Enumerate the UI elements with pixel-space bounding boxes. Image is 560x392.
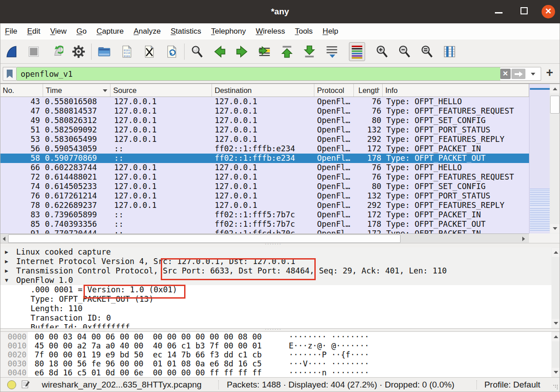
detail-line[interactable]: .000 0001 = Version: 1.0 (0x01) bbox=[0, 285, 551, 295]
scroll-up-button[interactable] bbox=[550, 84, 560, 93]
packet-row-49[interactable]: 490.580826312127.0.0.1127.0.0.1OpenFl…80… bbox=[0, 116, 529, 125]
packet-row-72[interactable]: 720.614488021127.0.0.1127.0.0.1OpenFl…76… bbox=[0, 172, 529, 182]
packet-row-66[interactable]: 660.602283744127.0.0.1127.0.0.1OpenFl…76… bbox=[0, 163, 529, 172]
packet-list-horizontal-scrollbar[interactable] bbox=[0, 233, 529, 243]
column-header-destination[interactable]: Destination bbox=[212, 84, 314, 97]
packet-row-76[interactable]: 760.617261214127.0.0.1127.0.0.1OpenFl…13… bbox=[0, 191, 529, 201]
close-file-button[interactable] bbox=[141, 42, 157, 61]
save-file-button[interactable]: 010101100101 bbox=[119, 42, 135, 61]
menu-edit[interactable]: Edit bbox=[22, 27, 45, 36]
expander-collapsed-icon[interactable]: ▶ bbox=[5, 247, 8, 257]
menu-help[interactable]: Help bbox=[317, 27, 343, 36]
column-header-protocol[interactable]: Protocol bbox=[314, 84, 354, 97]
scroll-left-button[interactable] bbox=[0, 235, 8, 243]
column-header-source[interactable]: Source bbox=[110, 84, 212, 97]
scroll-up-button[interactable] bbox=[552, 248, 560, 257]
packet-row-83[interactable]: 830.739605899::ff02::1:fff5:7b7cOpenFl…1… bbox=[0, 210, 529, 220]
open-file-button[interactable] bbox=[96, 42, 112, 61]
expander-collapsed-icon[interactable]: ▶ bbox=[5, 257, 8, 266]
capture-options-button[interactable] bbox=[71, 42, 87, 61]
colorize-button[interactable] bbox=[349, 42, 365, 61]
filter-bookmark-button[interactable] bbox=[3, 67, 16, 81]
go-to-packet-button[interactable] bbox=[256, 42, 273, 61]
splitter-details[interactable]: ······· bbox=[0, 243, 560, 247]
packet-row-53[interactable]: 530.583065499127.0.0.1127.0.0.1OpenFl…29… bbox=[0, 135, 529, 144]
packet-minimap[interactable] bbox=[529, 84, 550, 233]
go-first-button[interactable] bbox=[279, 42, 295, 61]
menu-wireless[interactable]: Wireless bbox=[251, 27, 290, 36]
menu-analyze[interactable]: Analyze bbox=[128, 27, 165, 36]
hex-row[interactable]: 00207f 00 00 01 19 e9 bd 50 ec 14 7b 66 … bbox=[0, 350, 551, 359]
detail-line[interactable]: Length: 110 bbox=[0, 304, 551, 313]
menu-statistics[interactable]: Statistics bbox=[166, 27, 206, 36]
menu-file[interactable]: File bbox=[0, 27, 22, 36]
vertical-scrollbar-thumb[interactable] bbox=[550, 96, 560, 114]
packet-row-85[interactable]: 850.740393356::ff02::1:fff5:7b7cOpenFl…1… bbox=[0, 220, 529, 229]
packet-row-47[interactable]: 470.580814537127.0.0.1127.0.0.1OpenFl…76… bbox=[0, 106, 529, 116]
filter-clear-button[interactable]: ✕ bbox=[500, 69, 511, 79]
go-forward-button[interactable] bbox=[234, 42, 250, 61]
auto-scroll-button[interactable] bbox=[324, 42, 340, 61]
resize-columns-button[interactable] bbox=[441, 42, 458, 61]
filter-dropdown-button[interactable] bbox=[525, 67, 541, 80]
scroll-down-button[interactable] bbox=[550, 224, 560, 233]
menu-telephony[interactable]: Telephony bbox=[206, 27, 251, 36]
resize-grip[interactable] bbox=[553, 385, 558, 389]
scroll-up-button[interactable] bbox=[552, 332, 560, 341]
detail-line[interactable]: ▶Linux cooked capture bbox=[0, 247, 551, 257]
find-packet-icon bbox=[190, 44, 204, 59]
packet-row-43[interactable]: 430.558016508127.0.0.1127.0.0.1OpenFl…76… bbox=[0, 97, 529, 106]
column-header-no[interactable]: No. bbox=[0, 84, 43, 97]
reload-file-button[interactable] bbox=[163, 42, 180, 61]
scroll-down-button[interactable] bbox=[552, 319, 560, 328]
close-button[interactable]: ✕ bbox=[542, 5, 555, 18]
find-packet-button[interactable] bbox=[189, 42, 205, 61]
hex-row[interactable]: 001045 00 00 a2 7a a0 40 00 40 06 c1 b3 … bbox=[0, 341, 551, 350]
column-header-time[interactable]: Time bbox=[43, 84, 110, 97]
profile-label[interactable]: Profile: Default bbox=[484, 380, 540, 390]
expert-info-icon[interactable] bbox=[7, 380, 16, 389]
go-last-button[interactable] bbox=[301, 42, 317, 61]
scroll-down-button[interactable] bbox=[552, 368, 560, 377]
menu-go[interactable]: Go bbox=[71, 27, 92, 36]
start-capture-button[interactable] bbox=[3, 42, 19, 61]
horizontal-scrollbar-thumb[interactable] bbox=[8, 234, 401, 243]
packet-row-78[interactable]: 780.622689237127.0.0.1127.0.0.1OpenFl…29… bbox=[0, 201, 529, 210]
detail-line[interactable]: Type: OFPT_PACKET_OUT (13) bbox=[0, 295, 551, 304]
window-title: *any bbox=[0, 7, 560, 17]
restart-capture-button[interactable] bbox=[48, 42, 64, 61]
minimize-button[interactable] bbox=[495, 12, 503, 13]
details-vertical-scrollbar[interactable] bbox=[551, 247, 560, 328]
hex-row[interactable]: 0040e6 8d 16 c5 01 0d 00 6e 00 00 00 00 … bbox=[0, 368, 551, 377]
packet-row-74[interactable]: 740.614505233127.0.0.1127.0.0.1OpenFl…80… bbox=[0, 182, 529, 191]
go-back-button[interactable] bbox=[212, 42, 228, 61]
bytes-vertical-scrollbar[interactable] bbox=[551, 332, 560, 377]
menu-tools[interactable]: Tools bbox=[290, 27, 318, 36]
stop-capture-button[interactable] bbox=[26, 42, 42, 61]
packet-row-56[interactable]: 560.590543059::ff02::1:fffb:e234OpenFl…1… bbox=[0, 144, 529, 154]
expander-collapsed-icon[interactable]: ▶ bbox=[5, 266, 8, 276]
packet-row-58[interactable]: 580.590770869::ff02::1:fffb:e234OpenFl…1… bbox=[0, 154, 529, 163]
menu-view[interactable]: View bbox=[45, 27, 72, 36]
hex-row[interactable]: 000000 00 03 04 00 06 00 00 00 00 00 00 … bbox=[0, 332, 551, 341]
scroll-right-button[interactable] bbox=[520, 235, 527, 243]
expander-expanded-icon[interactable]: ▼ bbox=[5, 276, 8, 285]
capture-filename: wireshark_any_202...635_8HTTyx.pcapng bbox=[42, 380, 218, 390]
filter-add-button[interactable]: + bbox=[543, 66, 556, 80]
packet-list-vertical-scrollbar[interactable] bbox=[550, 84, 560, 233]
capture-comment-icon[interactable] bbox=[22, 380, 30, 390]
column-header-length[interactable]: Length bbox=[354, 84, 383, 97]
splitter-bytes[interactable]: ······· bbox=[0, 328, 560, 332]
packet-row-51[interactable]: 510.582509092127.0.0.1127.0.0.1OpenFl…13… bbox=[0, 125, 529, 135]
zoom-in-button[interactable] bbox=[374, 42, 390, 61]
zoom-out-button[interactable] bbox=[397, 42, 413, 61]
packet-row-91[interactable]: 910.770720444::ff02::1:ffcd:b70cOpenFl…1… bbox=[0, 229, 529, 233]
column-header-info[interactable]: Info bbox=[383, 84, 529, 97]
filter-apply-button[interactable] bbox=[511, 69, 526, 79]
detail-line[interactable]: Transaction ID: 0 bbox=[0, 313, 551, 323]
menu-capture[interactable]: Capture bbox=[92, 27, 128, 36]
maximize-button[interactable] bbox=[520, 7, 528, 14]
hex-row[interactable]: 003080 18 00 56 fe 96 00 00 01 01 08 0a … bbox=[0, 359, 551, 368]
display-filter-input[interactable]: openflow_v1 ✕ bbox=[16, 67, 541, 81]
zoom-reset-button[interactable] bbox=[419, 42, 435, 61]
